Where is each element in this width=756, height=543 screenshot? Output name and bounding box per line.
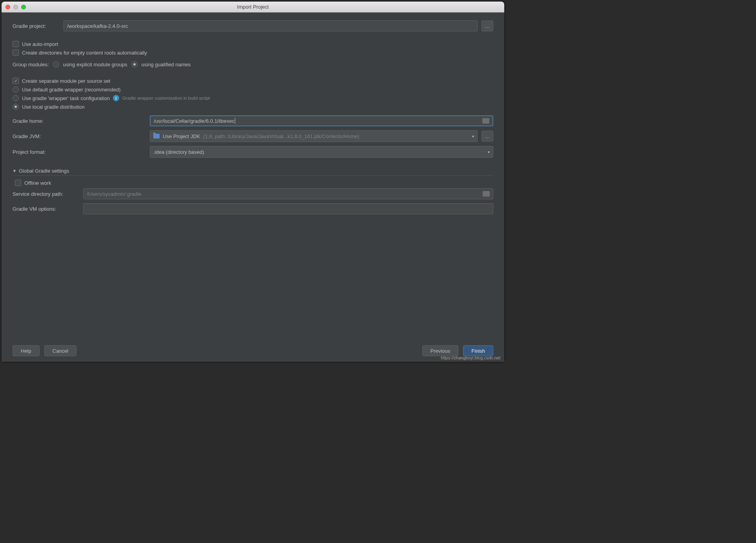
project-format-label: Project format: [13,149,146,155]
dialog-window: Import Project Gradle project: /workspac… [1,1,505,362]
gradle-home-label: Gradle home: [13,118,146,124]
offline-work-label: Offline work [24,180,51,186]
global-settings-title: Global Gradle settings [19,168,69,174]
offline-work-checkbox[interactable] [15,180,21,186]
separate-module-checkbox[interactable] [13,78,19,84]
service-dir-input[interactable]: /Users/sysadmin/.gradle [83,188,493,199]
gradle-jvm-select[interactable]: Use Project JDK (1.8, path: /Library/Jav… [150,130,478,142]
default-wrapper-label: Use default gradle wrapper (recommended) [22,87,120,93]
dialog-body: Gradle project: /workspace/kafka-2.4.0-s… [2,13,504,362]
cancel-button[interactable]: Cancel [44,345,76,356]
folder-icon[interactable] [482,118,489,124]
group-explicit-label: using explicit module groups [63,62,127,67]
chevron-down-icon: ▾ [472,134,474,138]
local-dist-radio[interactable] [13,104,19,110]
project-format-select[interactable]: .idea (directory based) ▾ [150,146,493,158]
local-dist-label: Use local gradle distribution [22,104,85,110]
browse-gradle-project-button[interactable]: … [482,20,493,31]
chevron-down-icon: ▾ [488,150,490,154]
gradle-project-input[interactable]: /workspace/kafka-2.4.0-src [64,20,478,31]
vm-options-input[interactable] [83,203,493,214]
group-explicit-radio[interactable] [53,61,59,67]
info-icon: i [113,95,119,101]
group-modules-label: Group modules: [13,62,49,67]
create-dirs-label: Create directories for empty content roo… [22,50,147,56]
watermark-text: https://zhangboyi.blog.csdn.net [441,355,500,360]
auto-import-checkbox[interactable] [13,41,19,47]
global-settings-header[interactable]: ▼ Global Gradle settings [13,168,493,176]
help-button[interactable]: Help [13,345,40,356]
browse-jvm-button[interactable]: … [482,131,493,142]
create-dirs-checkbox[interactable] [13,49,19,56]
vm-options-label: Gradle VM options: [13,206,79,212]
previous-button[interactable]: Previous [422,345,459,356]
finish-button[interactable]: Finish [463,345,493,356]
window-title: Import Project [2,4,504,10]
group-qualified-radio[interactable] [131,61,138,67]
wrapper-task-label: Use gradle 'wrapper' task configuration [22,95,110,101]
gradle-project-label: Gradle project: [13,23,60,29]
titlebar: Import Project [2,2,504,13]
gradle-jvm-label: Gradle JVM: [13,133,146,139]
folder-icon[interactable] [483,191,490,197]
auto-import-label: Use auto-import [22,41,58,47]
wrapper-task-hint: Gradle wrapper customization in build sc… [122,96,210,100]
separate-module-label: Create separate module per source set [22,78,110,84]
project-jdk-icon [153,134,160,138]
group-qualified-label: using qualified names [142,62,191,67]
wrapper-task-radio[interactable] [13,95,19,101]
dialog-footer: Help Cancel Previous Finish [13,341,493,362]
expand-triangle-icon: ▼ [13,169,16,173]
service-dir-label: Service directory path: [13,191,79,197]
gradle-home-input[interactable]: /usr/local/Cellar/gradle/6.0.1/libexec [150,115,493,126]
default-wrapper-radio[interactable] [13,86,19,93]
